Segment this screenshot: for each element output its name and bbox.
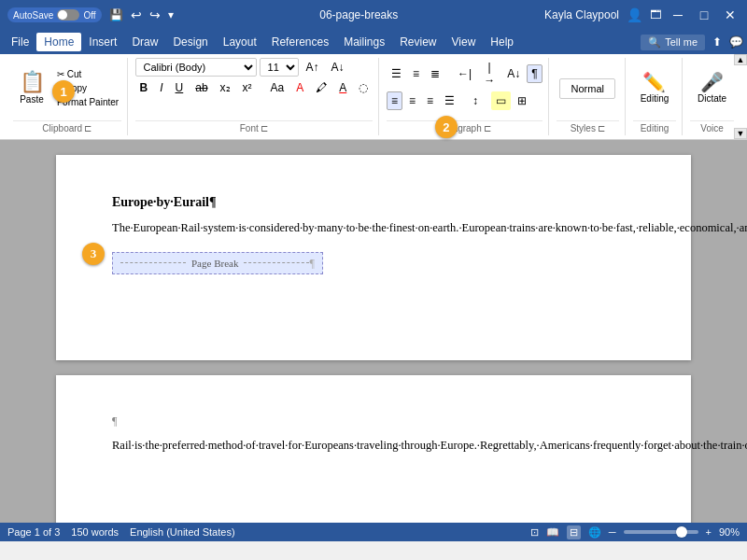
- paragraph-expand-icon[interactable]: ⊏: [484, 123, 491, 133]
- editing-icon: ✏️: [642, 73, 666, 91]
- search-icon: 🔍: [648, 36, 661, 49]
- minimize-button[interactable]: ─: [669, 6, 687, 24]
- text-effects-button[interactable]: A: [291, 78, 308, 97]
- clipboard-sub: ✂ Cut ⎘ Copy Format Painter: [54, 58, 121, 119]
- paste-label: Paste: [20, 94, 44, 105]
- para-row-1: ☰ ≡ ≣ ←| |→ A↓ ¶: [387, 58, 543, 90]
- title-bar: AutoSave Off 💾 ↩ ↪ ▾ 06-page-breaks Kayl…: [0, 0, 747, 30]
- underline-button[interactable]: U: [171, 78, 189, 97]
- zoom-level[interactable]: 90%: [719, 526, 740, 538]
- decrease-font-button[interactable]: A↓: [327, 58, 349, 77]
- justify-button[interactable]: ☰: [440, 91, 459, 110]
- strikethrough-button[interactable]: ab: [190, 78, 212, 97]
- shading-button[interactable]: ▭: [491, 91, 511, 110]
- menu-insert[interactable]: Insert: [81, 33, 124, 51]
- format-painter-button[interactable]: Format Painter: [54, 96, 121, 108]
- share-icon[interactable]: ⬆: [712, 35, 722, 49]
- styles-expand-icon[interactable]: ⊏: [598, 123, 605, 133]
- font-family-selector[interactable]: Calibri (Body): [135, 58, 257, 77]
- editing-label: Editing: [641, 93, 669, 104]
- ribbon-display-button[interactable]: 🗔: [650, 8, 661, 21]
- clipboard-expand-icon[interactable]: ⊏: [84, 123, 92, 133]
- profile-icon[interactable]: 👤: [627, 7, 642, 22]
- ribbon-scroll-up[interactable]: ▲: [734, 54, 747, 65]
- align-right-button[interactable]: ≡: [422, 91, 438, 110]
- status-right: ⊡ 📖 ⊟ 🌐 ─ + 90%: [530, 525, 740, 539]
- restore-button[interactable]: □: [695, 6, 713, 24]
- autosave-toggle-switch[interactable]: [57, 9, 79, 21]
- menu-help[interactable]: Help: [483, 33, 521, 51]
- subscript-button[interactable]: x₂: [216, 78, 235, 97]
- callout-3: 3: [82, 243, 105, 265]
- comments-icon[interactable]: 💬: [729, 35, 743, 49]
- highlight-button[interactable]: 🖍: [311, 78, 331, 97]
- dictate-label: Dictate: [698, 93, 726, 104]
- align-left-button[interactable]: ≡: [387, 91, 402, 110]
- bold-button[interactable]: B: [135, 78, 153, 97]
- menu-file[interactable]: File: [4, 33, 36, 51]
- page-2[interactable]: ¶ Rail·is·the·preferred·method·of·travel…: [56, 375, 691, 523]
- document-area: Europe·by·Eurail¶ The·European·Rail·syst…: [0, 140, 747, 523]
- align-center-button[interactable]: ≡: [404, 91, 420, 110]
- zoom-slider[interactable]: [624, 530, 698, 534]
- voice-group-label: Voice: [690, 120, 734, 135]
- search-box[interactable]: 🔍 Tell me: [641, 35, 705, 50]
- print-layout-icon[interactable]: ⊟: [567, 525, 581, 539]
- increase-indent-button[interactable]: |→: [478, 58, 500, 90]
- ribbon-group-clipboard: 📋 Paste ✂ Cut ⎘ Copy Format Painter Clip…: [7, 58, 128, 135]
- focus-mode-icon[interactable]: ⊡: [530, 526, 539, 539]
- language-label: English (United States): [130, 526, 235, 538]
- ribbon: 1 📋 Paste ✂ Cut ⎘ Copy Format Painter Cl…: [0, 54, 747, 140]
- font-content: Calibri (Body) 11 A↑ A↓ B I U ab x₂ x² A…: [135, 58, 373, 119]
- title-bar-left: AutoSave Off 💾 ↩ ↪ ▾: [7, 7, 174, 22]
- autosave-state: Off: [83, 10, 95, 21]
- font-expand-icon[interactable]: ⊏: [261, 123, 268, 133]
- zoom-in-button[interactable]: +: [706, 526, 712, 538]
- change-case-button[interactable]: Aa: [266, 78, 289, 97]
- page-1[interactable]: Europe·by·Eurail¶ The·European·Rail·syst…: [56, 155, 691, 360]
- page-break-container: 3 Page Break ¶: [112, 243, 323, 284]
- close-button[interactable]: ✕: [721, 6, 740, 24]
- dictate-button[interactable]: 🎤 Dictate: [690, 69, 734, 107]
- menu-review[interactable]: Review: [392, 33, 444, 51]
- page1-heading: Europe·by·Eurail¶: [112, 192, 635, 212]
- save-icon[interactable]: 💾: [109, 8, 123, 21]
- web-layout-icon[interactable]: 🌐: [588, 526, 601, 539]
- menu-home[interactable]: Home: [36, 33, 81, 51]
- autosave-toggle[interactable]: AutoSave Off: [7, 7, 102, 22]
- font-color-button[interactable]: A: [334, 78, 351, 97]
- paste-button[interactable]: 📋 Paste: [13, 58, 50, 119]
- show-hide-button[interactable]: ¶: [527, 64, 542, 83]
- decrease-indent-button[interactable]: ←|: [453, 64, 476, 83]
- borders-button[interactable]: ⊞: [513, 91, 531, 110]
- menu-layout[interactable]: Layout: [216, 33, 264, 51]
- menu-design[interactable]: Design: [165, 33, 215, 51]
- copy-button[interactable]: ⎘ Copy: [54, 82, 121, 94]
- line-spacing-button[interactable]: ↕: [468, 91, 483, 110]
- ribbon-scroll-down[interactable]: ▼: [734, 128, 747, 139]
- zoom-out-button[interactable]: ─: [609, 526, 616, 538]
- sort-button[interactable]: A↓: [502, 64, 525, 83]
- multilevel-list-button[interactable]: ≣: [426, 64, 444, 83]
- italic-button[interactable]: I: [155, 78, 167, 97]
- undo-button[interactable]: ↩: [131, 7, 142, 22]
- styles-selector[interactable]: Normal: [559, 78, 615, 99]
- menu-references[interactable]: References: [264, 33, 336, 51]
- editing-button[interactable]: ✏️ Editing: [633, 69, 676, 107]
- increase-font-button[interactable]: A↑: [302, 58, 324, 77]
- menu-view[interactable]: View: [444, 33, 484, 51]
- numbering-button[interactable]: ≡: [408, 64, 424, 83]
- redo-button[interactable]: ↪: [149, 7, 161, 22]
- bullets-button[interactable]: ☰: [387, 64, 406, 83]
- font-size-selector[interactable]: 11: [260, 58, 299, 77]
- menu-draw[interactable]: Draw: [124, 33, 165, 51]
- styles-group-label: Styles ⊏: [557, 120, 619, 135]
- menu-mailings[interactable]: Mailings: [336, 33, 392, 51]
- read-mode-icon[interactable]: 📖: [546, 526, 559, 539]
- page2-paragraph-mark: ¶: [112, 413, 635, 429]
- clear-format-button[interactable]: ◌: [354, 78, 373, 97]
- superscript-button[interactable]: x²: [238, 78, 257, 97]
- cut-button[interactable]: ✂ Cut: [54, 68, 121, 80]
- menu-bar: File Home Insert Draw Design Layout Refe…: [0, 30, 747, 54]
- paste-icon: 📋: [20, 72, 45, 92]
